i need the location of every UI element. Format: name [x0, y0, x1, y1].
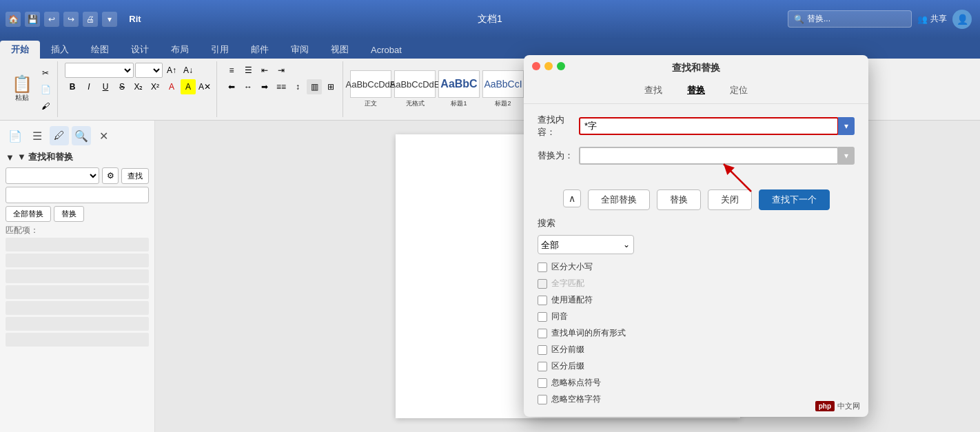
- dialog-find-row: 查找内容： ▾: [538, 114, 855, 138]
- sidebar-replace-all-button[interactable]: 全部替换: [6, 206, 51, 222]
- tab-acrobat[interactable]: Acrobat: [360, 41, 413, 59]
- indent-button[interactable]: ⇥: [274, 63, 289, 78]
- style-noformat[interactable]: AaBbCcDdE 无格式: [394, 70, 436, 108]
- undo-icon[interactable]: ↩: [44, 12, 59, 27]
- font-decrease-button[interactable]: A↓: [181, 63, 196, 78]
- more-icon[interactable]: ▾: [102, 12, 117, 27]
- dialog-search-select[interactable]: 全部 向下 向上: [538, 235, 634, 254]
- sidebar-mark-icon[interactable]: 🖊: [50, 126, 69, 145]
- dialog-replace-all-button[interactable]: 全部替换: [588, 189, 650, 210]
- dialog-expand-button[interactable]: ∧: [563, 189, 581, 207]
- user-avatar[interactable]: 👤: [952, 10, 972, 29]
- dialog-replace-dropdown-button[interactable]: ▾: [838, 147, 855, 165]
- sidebar-close-icon[interactable]: ✕: [94, 126, 113, 145]
- dialog-find-input[interactable]: [579, 117, 839, 135]
- checkbox-wholeword-label: 全字匹配: [551, 278, 584, 289]
- checkbox-ignorepunct[interactable]: [538, 378, 547, 388]
- find-replace-dialog[interactable]: 查找和替换 查找 替换 定位 查找内容： ▾ 替换为： ▾: [524, 55, 868, 417]
- style-heading1[interactable]: AaBbC 标题1: [438, 70, 480, 108]
- match-result-2: [6, 254, 149, 267]
- style-normal-preview: AaBbCcDdE: [350, 70, 391, 98]
- tab-reference[interactable]: 引用: [200, 41, 240, 59]
- bold-button[interactable]: B: [65, 79, 80, 94]
- numbering-button[interactable]: ☰: [241, 63, 256, 78]
- dialog-find-next-button[interactable]: 查找下一个: [759, 189, 830, 210]
- strikethrough-button[interactable]: S: [114, 79, 130, 94]
- font-family-select[interactable]: [65, 63, 134, 78]
- home-icon[interactable]: 🏠: [6, 12, 21, 27]
- style-heading2[interactable]: AaBbCcI 标题2: [482, 70, 524, 108]
- share-label: 共享: [930, 13, 947, 25]
- font-color-button[interactable]: A: [164, 79, 179, 94]
- title-bar-right: 🔍 替换... 👥 共享 👤: [788, 10, 980, 29]
- redo-icon[interactable]: ↪: [63, 12, 79, 27]
- tab-design[interactable]: 设计: [120, 41, 160, 59]
- copy-button[interactable]: 📄: [38, 82, 53, 97]
- title-search-bar[interactable]: 🔍 替换...: [788, 10, 912, 28]
- dialog-replace-button[interactable]: 替换: [657, 189, 701, 210]
- outdent-button[interactable]: ⇤: [257, 63, 272, 78]
- checkbox-homophone[interactable]: [538, 312, 547, 322]
- dialog-tab-replace[interactable]: 替换: [682, 83, 711, 98]
- checkbox-casesensitive[interactable]: [538, 263, 547, 272]
- dialog-tab-find[interactable]: 查找: [639, 83, 668, 98]
- borders-button[interactable]: ⊞: [323, 79, 338, 94]
- tab-mail[interactable]: 邮件: [240, 41, 280, 59]
- sidebar-doc-icon[interactable]: 📄: [6, 126, 25, 145]
- style-normal[interactable]: AaBbCcDdE 正文: [350, 70, 391, 108]
- match-result-5: [6, 301, 149, 315]
- checkbox-wildcard[interactable]: [538, 296, 547, 305]
- dialog-search-section: 搜索 全部 向下 向上 区分大小写 全字匹配: [524, 217, 868, 417]
- format-painter-button[interactable]: 🖌: [38, 99, 53, 114]
- checkbox-suffix[interactable]: [538, 362, 547, 371]
- checkbox-prefix[interactable]: [538, 345, 547, 355]
- tab-review[interactable]: 审阅: [280, 41, 320, 59]
- sidebar-list-icon[interactable]: ☰: [28, 126, 47, 145]
- checkbox-ignorespace[interactable]: [538, 395, 547, 404]
- sidebar: 📄 ☰ 🖊 🔍 ✕ ▼ ▼ 查找和替换 ⚙ 查找 全部替换 替换 匹配项：: [0, 121, 155, 432]
- align-left-button[interactable]: ⬅: [224, 79, 239, 94]
- superscript-button[interactable]: X²: [147, 79, 163, 94]
- line-spacing-button[interactable]: ↕: [290, 79, 305, 94]
- dialog-close-button[interactable]: 关闭: [708, 189, 752, 210]
- sidebar-search-select[interactable]: [6, 167, 99, 184]
- highlight-button[interactable]: A: [181, 79, 196, 94]
- dialog-replace-input[interactable]: [579, 147, 839, 165]
- sidebar-find-icon[interactable]: 🔍: [72, 126, 91, 145]
- shading-button[interactable]: ▥: [307, 79, 322, 94]
- style-h2-label: 标题2: [495, 99, 511, 108]
- align-right-button[interactable]: ➡: [257, 79, 272, 94]
- dialog-close-traffic[interactable]: [532, 62, 540, 70]
- match-result-1: [6, 238, 149, 251]
- dialog-tab-goto[interactable]: 定位: [724, 83, 753, 98]
- dialog-maximize-traffic[interactable]: [557, 62, 565, 70]
- dialog-minimize-traffic[interactable]: [544, 62, 553, 70]
- subscript-button[interactable]: X₂: [131, 79, 146, 94]
- font-size-select[interactable]: [135, 63, 163, 78]
- cut-button[interactable]: ✂: [38, 65, 53, 81]
- sidebar-replace-input[interactable]: [6, 187, 149, 203]
- sidebar-find-button[interactable]: 查找: [121, 168, 149, 184]
- italic-button[interactable]: I: [81, 79, 96, 94]
- bullets-button[interactable]: ≡: [224, 63, 239, 78]
- tab-draw[interactable]: 绘图: [80, 41, 120, 59]
- sidebar-action-row: 全部替换 替换: [6, 206, 149, 222]
- paste-button[interactable]: 📋 粘贴: [8, 74, 36, 105]
- share-button[interactable]: 👥 共享: [917, 13, 947, 25]
- align-center-button[interactable]: ↔: [241, 79, 256, 94]
- font-increase-button[interactable]: A↑: [164, 63, 179, 78]
- tab-insert[interactable]: 插入: [40, 41, 80, 59]
- dialog-find-dropdown-button[interactable]: ▾: [838, 117, 855, 135]
- save-icon[interactable]: 💾: [25, 12, 40, 27]
- tab-view[interactable]: 视图: [320, 41, 360, 59]
- clear-format-button[interactable]: A✕: [197, 79, 212, 94]
- underline-button[interactable]: U: [98, 79, 113, 94]
- checkbox-allforms[interactable]: [538, 329, 547, 338]
- tab-layout[interactable]: 布局: [160, 41, 200, 59]
- sidebar-replace-button[interactable]: 替换: [54, 206, 84, 222]
- checkbox-row-6: 区分后缀: [538, 360, 855, 372]
- justify-button[interactable]: ≡≡: [274, 79, 289, 94]
- tab-start[interactable]: 开始: [0, 41, 40, 59]
- sidebar-gear-button[interactable]: ⚙: [102, 167, 119, 184]
- print-icon[interactable]: 🖨: [83, 12, 98, 27]
